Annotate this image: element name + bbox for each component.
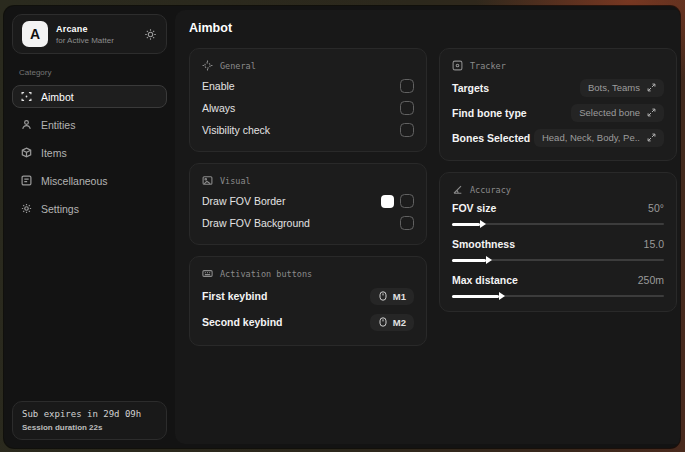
right-column: Tracker Targets Bots, Teams (439, 48, 677, 346)
crosshair-icon (202, 60, 213, 71)
sidebar-item-label: Items (41, 147, 67, 159)
max-distance-slider-group: Max distance 250m (452, 271, 664, 297)
first-keybind-button[interactable]: M1 (370, 288, 414, 305)
setting-row-draw-fov-border: Draw FOV Border (202, 190, 414, 212)
slider-fill (452, 223, 480, 226)
items-cube-icon (21, 147, 32, 158)
keyboard-icon (202, 268, 213, 279)
expand-icon (647, 83, 656, 92)
category-label: Category (19, 68, 167, 77)
sub-expires-text: Sub expires in 29d 09h (22, 409, 157, 419)
always-checkbox[interactable] (400, 101, 414, 115)
sidebar-item-label: Miscellaneous (41, 175, 108, 187)
mouse-icon (378, 291, 388, 301)
find-bone-type-dropdown[interactable]: Selected bone (571, 104, 664, 122)
fov-size-slider-group: FOV size 50° (452, 199, 664, 225)
sidebar-item-label: Aimbot (41, 91, 74, 103)
fov-size-slider[interactable] (452, 223, 664, 225)
setting-row-first-keybind: First keybind M1 (202, 283, 414, 309)
aimbot-scan-icon (21, 91, 32, 102)
targets-dropdown[interactable]: Bots, Teams (580, 79, 664, 97)
expand-icon (647, 133, 656, 142)
max-distance-slider[interactable] (452, 295, 664, 297)
draw-fov-border-checkbox[interactable] (400, 194, 414, 208)
fov-size-value: 50° (648, 202, 664, 214)
setting-row-find-bone-type: Find bone type Selected bone (452, 100, 664, 125)
subscription-info-box: Sub expires in 29d 09h Session duration … (12, 401, 167, 440)
smoothness-value: 15.0 (644, 238, 664, 250)
section-title: General (220, 61, 256, 71)
general-section: General Enable Always Visibility check (189, 48, 427, 152)
smoothness-slider-group: Smoothness 15.0 (452, 235, 664, 261)
draw-fov-background-checkbox[interactable] (400, 216, 414, 230)
main-panel: Aimbot General (175, 10, 680, 444)
left-column: General Enable Always Visibility check (189, 48, 427, 346)
sidebar-item-label: Entities (41, 119, 75, 131)
settings-gear-icon (21, 203, 32, 214)
visibility-check-checkbox[interactable] (400, 123, 414, 137)
section-title: Visual (220, 176, 251, 186)
angle-icon (452, 184, 463, 195)
entities-person-icon (21, 119, 32, 130)
bones-selected-dropdown[interactable]: Head, Neck, Body, Pe.. (534, 129, 664, 147)
section-title: Activation buttons (220, 269, 312, 279)
setting-row-second-keybind: Second keybind M2 (202, 309, 414, 335)
sidebar-item-aimbot[interactable]: Aimbot (12, 85, 167, 108)
sidebar-item-items[interactable]: Items (12, 141, 167, 164)
accuracy-section: Accuracy FOV size 50° (439, 172, 677, 312)
setting-row-enable: Enable (202, 75, 414, 97)
session-duration-text: Session duration 22s (22, 423, 157, 432)
sidebar-item-settings[interactable]: Settings (12, 197, 167, 220)
app-logo: A (22, 21, 48, 47)
setting-row-always: Always (202, 97, 414, 119)
game-background: A Arcane for Active Matter Category (0, 0, 685, 452)
second-keybind-button[interactable]: M2 (370, 314, 414, 331)
setting-row-visibility-check: Visibility check (202, 119, 414, 141)
section-title: Tracker (470, 61, 506, 71)
app-title: Arcane (56, 24, 114, 34)
settings-gear-icon[interactable] (144, 28, 157, 41)
app-subtitle: for Active Matter (56, 36, 114, 45)
tracker-box-icon (452, 60, 463, 71)
sidebar-item-label: Settings (41, 203, 79, 215)
slider-fill (452, 259, 486, 262)
mouse-icon (378, 317, 388, 327)
page-title: Aimbot (189, 21, 677, 35)
image-icon (202, 175, 213, 186)
sidebar-item-miscellaneous[interactable]: Miscellaneous (12, 169, 167, 192)
activation-buttons-section: Activation buttons First keybind (189, 256, 427, 346)
enable-checkbox[interactable] (400, 79, 414, 93)
sidebar: A Arcane for Active Matter Category (4, 6, 175, 448)
fov-border-color-swatch[interactable] (381, 195, 394, 208)
smoothness-slider[interactable] (452, 259, 664, 261)
visual-section: Visual Draw FOV Border Draw FOV Backgrou… (189, 163, 427, 245)
setting-row-draw-fov-background: Draw FOV Background (202, 212, 414, 234)
section-title: Accuracy (470, 185, 511, 195)
sidebar-item-entities[interactable]: Entities (12, 113, 167, 136)
max-distance-value: 250m (638, 274, 664, 286)
sidebar-header: A Arcane for Active Matter (12, 14, 167, 54)
expand-icon (647, 108, 656, 117)
setting-row-bones-selected: Bones Selected Head, Neck, Body, Pe.. (452, 125, 664, 150)
setting-row-targets: Targets Bots, Teams (452, 75, 664, 100)
cheat-menu-window: A Arcane for Active Matter Category (4, 6, 680, 448)
tracker-section: Tracker Targets Bots, Teams (439, 48, 677, 161)
slider-fill (452, 295, 499, 298)
miscellaneous-list-icon (21, 175, 32, 186)
